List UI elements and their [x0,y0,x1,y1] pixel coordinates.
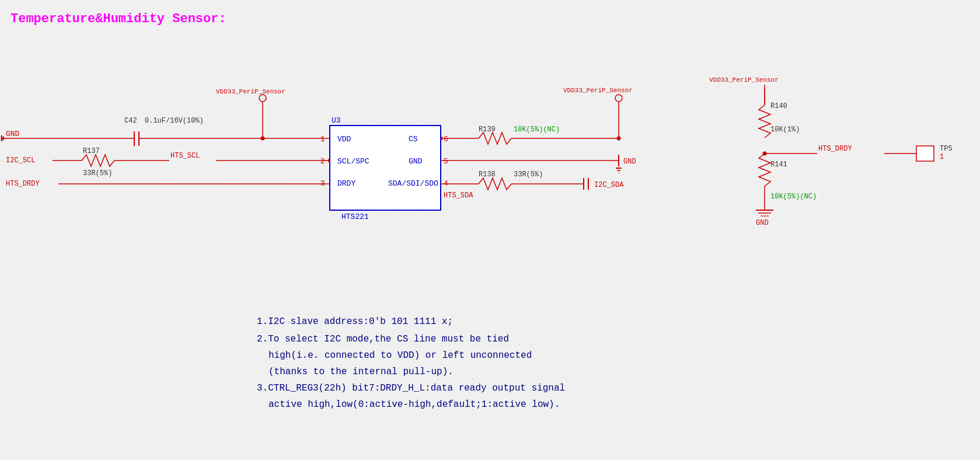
note-line6: active high,low(0:active-high,default;1:… [268,399,560,410]
net-i2c-scl: I2C_SCL [6,156,35,165]
comp-tp5-num: 1 [940,153,944,161]
net-hts-scl: HTS_SCL [170,152,200,160]
ic-pin-vdd: VDD [337,135,351,144]
net-hts-sda: HTS_SDA [444,191,473,200]
comp-r138-val: 33R(5%) [514,170,543,179]
comp-r140-val: 10K(1%) [770,126,800,134]
ic-pin-drdy: DRDY [337,179,355,188]
pin6-num: 6 [444,135,448,144]
ic-pin-sclspc: SCL/SPC [337,157,369,166]
tp5-box [916,146,934,161]
comp-c42-val: 0.1uF/16V(10%) [145,117,204,125]
gnd-label-left: GND [6,130,20,138]
power-label-right: VDD33_PeriP_Sensor [563,87,633,94]
power-label-left: VDD33_PeriP_Sensor [216,88,285,95]
net-hts-drdy-right: HTS_DRDY [818,145,852,153]
pin5-num: 5 [444,157,448,166]
note-line5: 3.CTRL_REG3(22h) bit7:DRDY_H_L:data read… [257,383,565,393]
junction-r139-power [617,137,621,141]
ic-pin-gnd: GND [409,157,423,166]
note-line2: 2.To select I2C mode,the CS line must be… [257,334,509,344]
comp-r140: R140 [770,102,787,110]
comp-r138: R138 [479,170,496,179]
net-i2c-sda: I2C_SDA [594,181,624,189]
comp-r139-val: 10K(5%)(NC) [514,126,560,134]
comp-r141-val: 10K(5%)(NC) [770,193,817,201]
note-line4: (thanks to the internal pull-up). [268,367,454,377]
schematic-canvas: Temperature&Humidity Sensor: U3 HTS221 V… [0,0,980,460]
net-hts-drdy-left: HTS_DRDY [6,180,40,188]
pin2-num: 2 [320,157,325,166]
comp-r141: R141 [770,161,787,169]
page-title: Temperature&Humidity Sensor: [11,12,226,26]
note-line3: high(i.e. connected to VDD) or left unco… [268,350,532,361]
gnd-label-right: GND [623,158,636,166]
gnd-label-r141: GND [756,219,769,227]
ic-part-name: HTS221 [341,212,369,221]
ic-label-u3: U3 [332,116,341,125]
comp-tp5: TP5 [940,145,953,153]
power-label-topright: VDD33_PeriP_Sensor [709,76,779,83]
ic-pin-sdisdo: SDA/SDI/SDO [388,179,438,188]
comp-c42: C42 [124,117,137,125]
comp-r137: R137 [83,147,100,155]
note-line1: 1.I2C slave address:0'b 101 1111 x; [257,316,453,327]
ic-pin-cs: CS [409,135,418,144]
comp-r137-val: 33R(5%) [83,169,112,177]
pin1-num: 1 [320,135,325,144]
